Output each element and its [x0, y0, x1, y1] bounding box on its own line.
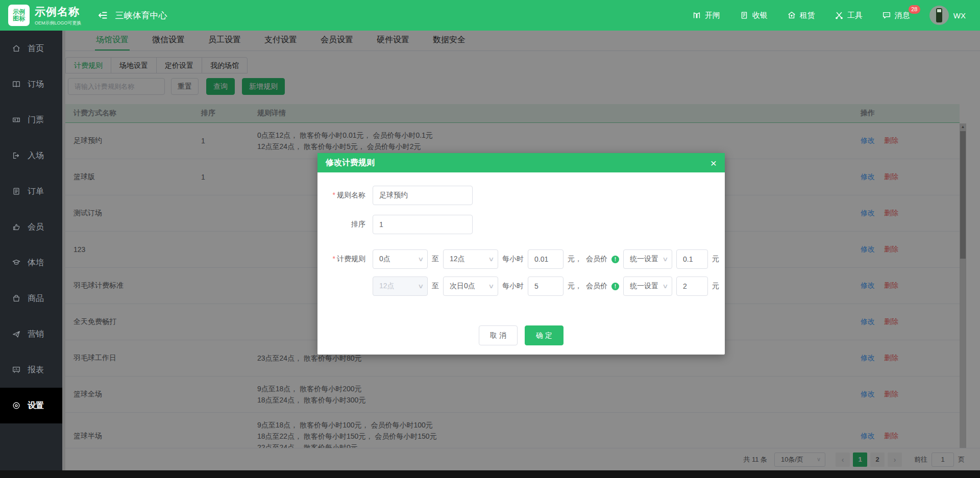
member-price-label: 会员价: [586, 282, 607, 291]
entry-icon: [12, 151, 21, 160]
sidebar-item-label: 商品: [28, 293, 44, 304]
chevron-down-icon: ∨: [662, 283, 668, 290]
member-price-input[interactable]: [676, 276, 708, 296]
sort-label: 排序: [317, 220, 365, 229]
tools-icon: [835, 11, 844, 20]
sidebar-item-reports[interactable]: 报表: [0, 352, 62, 388]
edit-billing-rule-modal: 修改计费规则 × *规则名称 排序 *计费规则 0点∨ 至 12点∨ 每小时: [317, 153, 725, 355]
sidebar-item-settings[interactable]: 设置: [0, 388, 62, 423]
marketing-icon: [12, 330, 21, 339]
sidebar-item-label: 营销: [28, 329, 44, 340]
rental-label: 租赁: [800, 11, 815, 20]
sidebar-collapse-icon[interactable]: [97, 10, 108, 21]
cancel-button[interactable]: 取 消: [479, 325, 518, 345]
sidebar-item-label: 会员: [28, 222, 44, 233]
settings-icon: [12, 401, 21, 410]
close-icon[interactable]: ×: [710, 158, 717, 168]
sidebar-item-members[interactable]: 会员: [0, 209, 62, 245]
app-name-block: 示例名称 OEM示例LOGO可更换: [35, 5, 82, 27]
message-count-badge: 28: [909, 5, 920, 14]
modal-body: *规则名称 排序 *计费规则 0点∨ 至 12点∨ 每小时 元， 会员价 !: [317, 172, 725, 296]
hourly-price-input[interactable]: [528, 249, 564, 269]
sidebar-item-entry[interactable]: 入场: [0, 138, 62, 173]
sidebar-item-booking[interactable]: 订场: [0, 66, 62, 102]
messages-action[interactable]: 消息 28: [882, 11, 910, 20]
modal-footer: 取 消 确 定: [317, 325, 725, 345]
chevron-down-icon: ∨: [418, 283, 424, 290]
sidebar-item-label: 报表: [28, 365, 44, 375]
cashier-icon: [740, 11, 749, 20]
info-icon[interactable]: !: [611, 256, 619, 263]
rental-action[interactable]: 租赁: [787, 11, 815, 20]
sidebar-item-home[interactable]: 首页: [0, 31, 62, 66]
booking-icon: [12, 80, 21, 89]
gate-label: 开闸: [705, 11, 720, 20]
confirm-button[interactable]: 确 定: [525, 325, 564, 345]
logo-text-2: 图标: [13, 15, 25, 22]
billing-rule-label: *计费规则: [317, 255, 365, 264]
hourly-price-input[interactable]: [528, 276, 564, 296]
user-menu[interactable]: WX: [929, 6, 966, 25]
sidebar: 首页 订场 门票 入场 订单 会员 体培 商品: [0, 31, 62, 478]
member-mode-select[interactable]: 统一设置∨: [623, 249, 672, 269]
to-label: 至: [432, 255, 439, 264]
sidebar-item-tickets[interactable]: 门票: [0, 102, 62, 138]
info-icon[interactable]: !: [611, 283, 619, 290]
app-root: 示例 图标 示例名称 OEM示例LOGO可更换 三峡体育中心 开闸: [0, 0, 980, 478]
per-hour-label: 每小时: [502, 282, 524, 291]
sort-field-row: 排序: [317, 215, 725, 234]
app-subtitle: OEM示例LOGO可更换: [35, 20, 82, 27]
start-time-select-disabled: 12点∨: [373, 276, 428, 296]
sidebar-item-label: 体培: [28, 258, 44, 268]
gate-action[interactable]: 开闸: [692, 11, 720, 20]
modal-title: 修改计费规则: [326, 158, 375, 168]
start-time-select[interactable]: 0点∨: [373, 249, 428, 269]
sidebar-item-label: 门票: [28, 115, 44, 125]
sidebar-item-goods[interactable]: 商品: [0, 281, 62, 316]
end-time-select[interactable]: 次日0点∨: [443, 276, 498, 296]
yuan-label: 元: [712, 282, 719, 291]
cashier-action[interactable]: 收银: [740, 11, 768, 20]
goods-icon: [12, 294, 21, 303]
order-icon: [12, 187, 21, 196]
tools-label: 工具: [847, 11, 863, 20]
to-label: 至: [432, 282, 439, 291]
member-price-label: 会员价: [586, 255, 607, 264]
avatar: [929, 6, 949, 25]
required-mark: *: [333, 255, 335, 263]
sidebar-item-label: 设置: [28, 400, 44, 411]
top-bar: 示例 图标 示例名称 OEM示例LOGO可更换 三峡体育中心 开闸: [0, 0, 980, 31]
app-logo: 示例 图标: [8, 5, 30, 26]
sidebar-item-label: 入场: [28, 150, 44, 161]
ticket-icon: [12, 115, 21, 124]
home-icon: [12, 44, 21, 53]
sort-input[interactable]: [373, 215, 473, 234]
training-icon: [12, 258, 21, 267]
messages-label: 消息: [895, 11, 910, 20]
gate-icon: [692, 11, 701, 20]
content-area: 场馆设置 微信设置 员工设置 支付设置 会员设置 硬件设置 数据安全 计费规则 …: [62, 31, 980, 478]
modal-header: 修改计费规则 ×: [317, 153, 725, 172]
cashier-label: 收银: [752, 11, 768, 20]
report-icon: [12, 365, 21, 374]
rental-icon: [787, 11, 796, 20]
sidebar-item-marketing[interactable]: 营销: [0, 316, 62, 352]
sidebar-item-orders[interactable]: 订单: [0, 173, 62, 209]
member-icon: [12, 222, 21, 232]
end-time-select[interactable]: 12点∨: [443, 249, 498, 269]
chevron-down-icon: ∨: [488, 283, 494, 290]
bottom-band: [0, 470, 980, 478]
yuan-label: 元: [712, 255, 719, 264]
user-name: WX: [953, 11, 966, 20]
sidebar-item-label: 订单: [28, 186, 44, 197]
message-icon: [882, 11, 891, 20]
sidebar-item-training[interactable]: 体培: [0, 245, 62, 281]
billing-rule-row-1: *计费规则 0点∨ 至 12点∨ 每小时 元， 会员价 ! 统一设置∨ 元: [317, 249, 725, 269]
member-price-input[interactable]: [676, 249, 708, 269]
member-mode-select[interactable]: 统一设置∨: [623, 276, 672, 296]
chevron-down-icon: ∨: [488, 256, 494, 263]
tools-action[interactable]: 工具: [835, 11, 863, 20]
rule-name-label: *规则名称: [317, 191, 365, 200]
rule-name-input[interactable]: [373, 186, 473, 205]
venue-name[interactable]: 三峡体育中心: [115, 10, 167, 21]
